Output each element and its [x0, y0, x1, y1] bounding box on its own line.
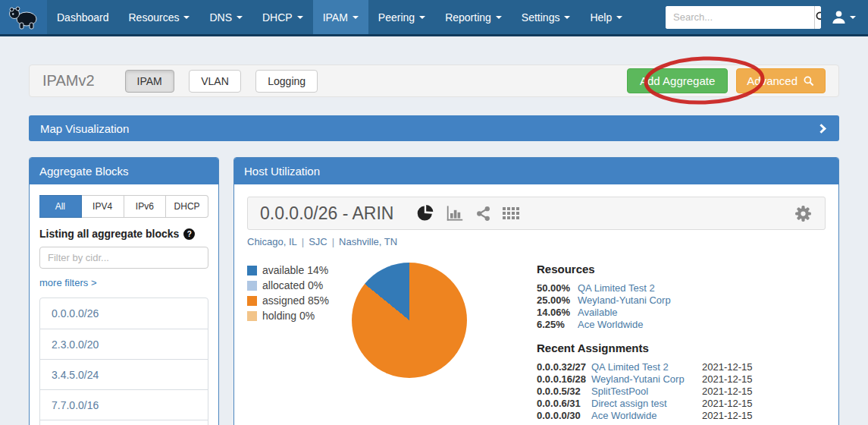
view-button[interactable]: VLAN [189, 70, 241, 93]
block-title: 0.0.0.0/26 - ARIN [260, 203, 393, 224]
view-switcher: IPAM VLAN Logging [125, 70, 330, 93]
assignment-link[interactable]: Ace Worldwide [591, 410, 702, 422]
search-input[interactable] [666, 6, 814, 29]
utilization-row: available 14% allocated 0% assigned 85% [247, 257, 826, 422]
settings-button[interactable] [794, 204, 813, 223]
ipam-header-bar: IPAMv2 IPAM VLAN Logging Add Aggregate A… [29, 65, 839, 97]
location-links: Chicago, IL | SJC | Nashville, TN [247, 236, 826, 247]
aggregate-block-item[interactable]: 3.4.5.0/24 [40, 359, 208, 389]
gear-icon [794, 204, 813, 223]
menu-item-label: DHCP [262, 11, 293, 24]
top-navbar: Dashboard Resources DNS DHCP IPAM [0, 0, 868, 36]
caret-down-icon [616, 16, 622, 19]
app-logo[interactable] [0, 0, 47, 34]
more-filters-link[interactable]: more filters > [39, 277, 97, 288]
menu-item-label: Dashboard [57, 11, 109, 24]
assignment-cidr: 0.0.0.5/32 [537, 386, 591, 398]
block-type-tab[interactable]: DHCP [166, 195, 208, 218]
resource-link[interactable]: Weyland-Yutani Corp [578, 294, 764, 307]
location-link[interactable]: Nashville, TN [339, 236, 397, 247]
location-link-item: Nashville, TN [339, 236, 397, 247]
listing-label: Listing all aggregate blocks [39, 228, 179, 240]
menu-item-label: IPAM [323, 11, 348, 24]
menu-item-label: Settings [522, 11, 560, 24]
block-type-tab[interactable]: IPV4 [82, 195, 124, 218]
details-column: Resources 50.00% QA Limited Test 2 [537, 257, 764, 422]
aggregate-block-item[interactable]: 7.7.0.0/16 [40, 389, 208, 420]
aggregate-blocks-body: All IPV4 IPv6 DHCP Listing all aggregate… [30, 184, 218, 425]
legend-label: holding 0% [262, 310, 315, 322]
resource-percent: 25.00% [537, 294, 578, 307]
aggregate-block-item-partial[interactable] [40, 420, 208, 425]
menu-item[interactable]: Settings [512, 0, 581, 34]
location-link-item: Chicago, IL [247, 236, 297, 247]
search-icon [815, 11, 821, 24]
menu-item[interactable]: DHCP [252, 0, 313, 34]
map-visualization-bar[interactable]: Map Visualization [29, 115, 839, 141]
resource-row: 50.00% QA Limited Test 2 [537, 282, 764, 294]
map-visualization-label: Map Visualization [40, 122, 129, 135]
menu-item-label: Resources [129, 11, 180, 24]
resource-link[interactable]: Available [578, 307, 764, 319]
resources-rows: 50.00% QA Limited Test 2 25.00% Weyland-… [537, 282, 764, 331]
assignment-link[interactable]: Direct assign test [591, 398, 702, 410]
assignment-link[interactable]: SplitTestPool [591, 386, 702, 398]
host-utilization-panel: Host Utilization 0.0.0.0/26 - ARIN [233, 157, 839, 425]
menu-item[interactable]: IPAM [313, 0, 368, 34]
location-link[interactable]: SJC [309, 236, 327, 247]
aggregate-block-item[interactable]: 2.3.0.0/20 [40, 329, 208, 359]
advanced-search-button[interactable]: Advanced [736, 68, 826, 93]
resource-percent: 6.25% [537, 319, 578, 331]
menu-item[interactable]: Reporting [435, 0, 512, 34]
assignment-row: 0.0.0.5/32 SplitTestPool 2021-12-15 [537, 386, 764, 398]
host-utilization-body: 0.0.0.0/26 - ARIN [234, 184, 838, 425]
resource-link[interactable]: QA Limited Test 2 [578, 282, 764, 294]
menu-item-label: Help [590, 11, 612, 24]
search-button[interactable] [814, 6, 821, 29]
pie-legend: available 14% allocated 0% assigned 85% [247, 257, 352, 422]
assignment-link[interactable]: QA Limited Test 2 [591, 361, 702, 373]
aggregate-block-item[interactable]: 0.0.0.0/26 [40, 298, 208, 329]
resource-link[interactable]: Ace Worldwide [578, 319, 764, 331]
assignment-date: 2021-12-15 [702, 410, 764, 422]
block-type-tab[interactable]: IPv6 [124, 195, 167, 218]
view-button[interactable]: Logging [255, 70, 318, 93]
search-icon [803, 75, 815, 87]
bar-chart-view-button[interactable] [446, 204, 464, 222]
grid-icon [503, 206, 519, 221]
view-button[interactable]: IPAM [125, 70, 174, 93]
menu-item[interactable]: Peering [368, 0, 435, 34]
add-aggregate-button[interactable]: Add Aggregate [627, 68, 728, 93]
settings-wrap [794, 204, 813, 223]
help-icon[interactable]: ? [183, 228, 195, 240]
resource-row: 6.25% Ace Worldwide [537, 319, 764, 331]
user-menu[interactable] [832, 10, 856, 24]
caret-down-icon [237, 16, 243, 19]
cidr-filter-input[interactable] [39, 247, 208, 269]
location-link-item: SJC [309, 236, 327, 247]
menu-item[interactable]: Help [580, 0, 632, 34]
menu-item[interactable]: Resources [119, 0, 200, 34]
legend-item: available 14% [247, 264, 352, 276]
page-title: IPAMv2 [42, 72, 95, 90]
menu-item-label: Reporting [445, 11, 491, 24]
block-type-tabs: All IPV4 IPv6 DHCP [39, 195, 208, 218]
menu-item[interactable]: DNS [199, 0, 252, 34]
legend-item: holding 0% [247, 310, 352, 322]
aggregate-blocks-panel: Aggregate Blocks All IPV4 IPv6 DHCP List… [29, 157, 219, 425]
pie-chart-view-button[interactable] [416, 204, 434, 222]
panda-logo-icon [7, 4, 40, 31]
caret-down-icon [564, 16, 570, 19]
legend-swatch [247, 266, 257, 275]
resources-heading: Resources [537, 263, 764, 275]
location-link[interactable]: Chicago, IL [247, 236, 297, 247]
block-type-tab[interactable]: All [39, 195, 82, 218]
legend-item: allocated 0% [247, 279, 352, 291]
grid-view-button[interactable] [503, 206, 519, 221]
assignment-row: 0.0.0.6/31 Direct assign test 2021-12-15 [537, 398, 764, 410]
assignment-date: 2021-12-15 [702, 386, 764, 398]
caret-down-icon [183, 16, 190, 19]
share-view-button[interactable] [475, 206, 491, 222]
assignment-link[interactable]: Weyland-Yutani Corp [591, 373, 702, 386]
menu-item[interactable]: Dashboard [47, 0, 119, 34]
